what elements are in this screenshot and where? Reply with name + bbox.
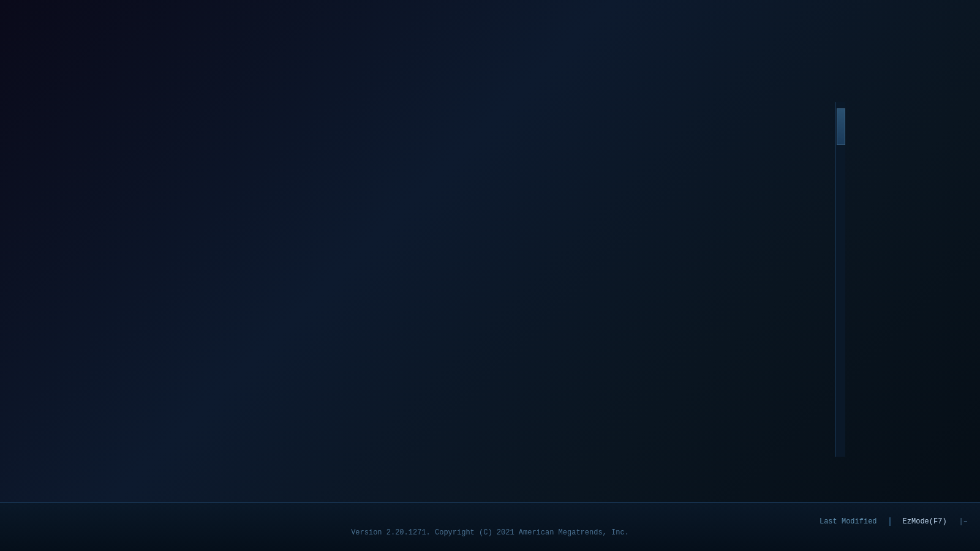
bios-screen: UEFI BIOS Utility – Advanced Mode 6/19/2…	[0, 0, 980, 551]
footer-version-row: Version 2.20.1271. Copyright (C) 2021 Am…	[0, 528, 980, 537]
footer-divider	[889, 517, 891, 526]
scrollbar-track[interactable]	[835, 102, 845, 457]
last-modified-label: Last Modified	[820, 517, 877, 526]
ez-mode-button[interactable]: EzMode(F7)	[903, 517, 947, 526]
background	[0, 0, 980, 551]
footer-dash-icon: |–	[959, 517, 968, 526]
footer: Last Modified EzMode(F7) |– Version 2.20…	[0, 502, 980, 551]
scrollbar-thumb[interactable]	[837, 108, 845, 145]
footer-info-bar: Last Modified EzMode(F7) |–	[0, 517, 980, 526]
footer-version-text: Version 2.20.1271. Copyright (C) 2021 Am…	[351, 528, 629, 537]
